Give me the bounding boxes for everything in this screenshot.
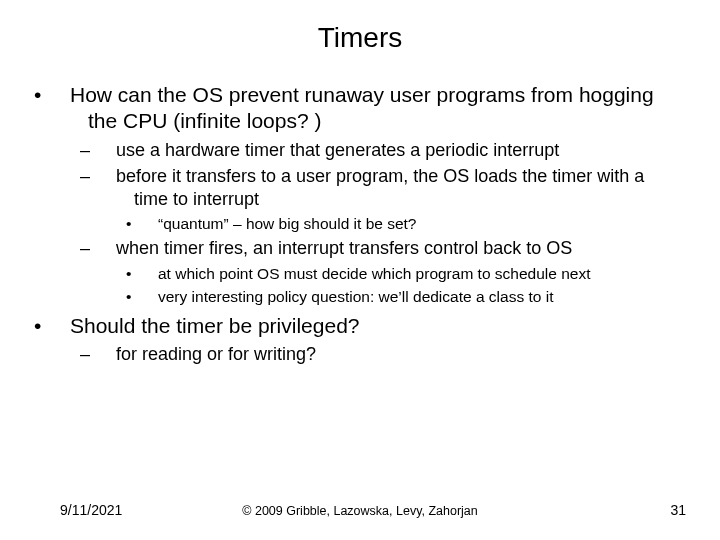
slide-title: Timers bbox=[38, 22, 682, 54]
bullet-text: How can the OS prevent runaway user prog… bbox=[70, 83, 654, 132]
bullet-lvl3: •“quantum” – how big should it be set? bbox=[158, 214, 682, 233]
bullet-text: use a hardware timer that generates a pe… bbox=[116, 140, 559, 160]
bullet-text: before it transfers to a user program, t… bbox=[116, 166, 644, 209]
bullet-text: very interesting policy question: we’ll … bbox=[158, 288, 553, 305]
bullet-text: for reading or for writing? bbox=[116, 344, 316, 364]
bullet-lvl1: •How can the OS prevent runaway user pro… bbox=[70, 82, 682, 135]
bullet-lvl2: –use a hardware timer that generates a p… bbox=[116, 139, 682, 162]
bullet-lvl3: •very interesting policy question: we’ll… bbox=[158, 287, 682, 306]
bullet-text: Should the timer be privileged? bbox=[70, 314, 360, 337]
bullet-lvl1: •Should the timer be privileged? bbox=[70, 313, 682, 339]
footer-page-number: 31 bbox=[670, 502, 686, 518]
bullet-lvl2: –before it transfers to a user program, … bbox=[116, 165, 682, 210]
bullet-lvl3: •at which point OS must decide which pro… bbox=[158, 264, 682, 283]
slide: Timers •How can the OS prevent runaway u… bbox=[0, 0, 720, 540]
bullet-text: at which point OS must decide which prog… bbox=[158, 265, 591, 282]
bullet-lvl2: –for reading or for writing? bbox=[116, 343, 682, 366]
footer-copyright: © 2009 Gribble, Lazowska, Levy, Zahorjan bbox=[0, 504, 720, 518]
bullet-text: “quantum” – how big should it be set? bbox=[158, 215, 417, 232]
bullet-lvl2: –when timer fires, an interrupt transfer… bbox=[116, 237, 682, 260]
bullet-text: when timer fires, an interrupt transfers… bbox=[116, 238, 572, 258]
